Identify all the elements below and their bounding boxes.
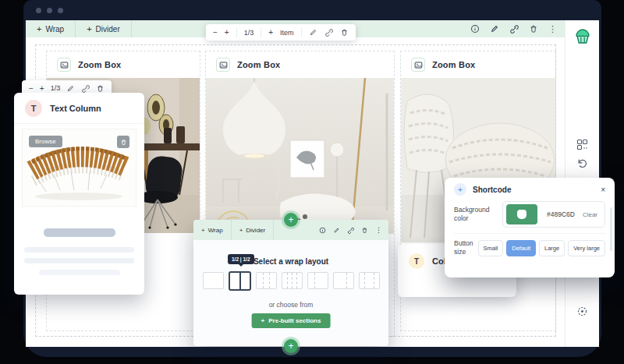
increase-button[interactable]: + [225,28,229,37]
shortcode-header: + Shortcode × [445,178,615,201]
layout-option-7[interactable] [359,272,380,289]
close-icon[interactable]: × [601,186,605,194]
add-divider-button[interactable]: + Divider [232,220,275,240]
add-element-below-button[interactable]: + [284,339,298,353]
edit-icon[interactable] [309,28,317,37]
decrease-button[interactable]: − [213,28,218,37]
remove-image-button[interactable] [117,136,129,148]
size-option-very-large[interactable]: Very large [568,240,605,256]
target-settings-icon[interactable] [576,306,588,317]
size-option-default[interactable]: Default [506,240,536,256]
edit-icon[interactable] [490,24,499,34]
button-size-row: Button size SmallDefaultLargeVery large [445,239,615,256]
size-option-large[interactable]: Large [539,240,565,256]
edit-icon[interactable] [66,84,75,93]
delete-icon[interactable] [529,24,538,34]
plus-icon: + [87,24,91,34]
info-icon[interactable] [319,227,326,234]
item-toolbar: − + 1/3 + Item [206,24,356,41]
blocks-grid-icon[interactable] [576,139,588,150]
layout-option-6[interactable] [333,272,354,289]
text-column-panel: T Text Column Browse [14,93,144,295]
color-swatch[interactable] [506,204,537,224]
delete-icon[interactable] [361,227,368,234]
width-fraction: 1/3 [51,84,61,92]
decrease-button[interactable]: − [29,84,34,93]
window-controls[interactable] [36,8,63,13]
text-column-title: Text Column [50,104,101,113]
shortcode-panel: + Shortcode × Background color #489C6D C… [445,178,615,277]
layout-option-4[interactable] [282,272,303,289]
plus-icon: + [239,227,243,234]
delete-icon[interactable] [340,28,349,37]
layout-option-2[interactable] [229,271,251,291]
add-divider-button[interactable]: + Divider [76,20,132,37]
link-icon[interactable] [324,28,333,37]
plus-icon: + [261,317,265,324]
size-option-small[interactable]: Small [478,240,504,256]
button-size-options: SmallDefaultLargeVery large [478,240,606,256]
link-icon[interactable] [81,84,90,93]
background-color-label: Background color [454,206,502,223]
wrap-layout-title: Select a wrap layout [193,257,388,266]
shortcode-title: Shortcode [473,186,511,194]
layout-option-5[interactable] [307,272,328,289]
layout-option-3[interactable] [256,272,277,289]
builder-logo-icon[interactable] [573,27,593,47]
clear-color-button[interactable]: Clear [583,211,597,218]
more-icon[interactable]: ⋮ [548,25,557,34]
choose-from-text: or choose from [193,301,388,309]
text-type-icon: T [25,100,42,117]
prebuilt-sections-button[interactable]: + Pre-built sections [252,313,331,328]
width-fraction: 1/3 [244,29,254,37]
info-icon[interactable] [470,24,480,34]
layout-option-1[interactable] [203,272,224,289]
add-icon[interactable]: + [454,183,466,196]
browse-button[interactable]: Browse [29,136,62,147]
button-size-label: Button size [454,239,478,256]
add-item-button[interactable]: + Item [261,28,301,37]
delete-icon[interactable] [96,84,105,93]
link-icon[interactable] [509,24,519,34]
panel-scrollbar[interactable] [610,207,612,251]
wrap-layout-modal: + + Wrap + Divider ⋮ 1/2 | 1/2 Select a … [193,220,388,346]
text-placeholder-bar [24,258,134,263]
plus-icon: + [201,227,205,234]
background-color-row: Background color #489C6D Clear [445,201,615,228]
hex-color-value[interactable]: #489C6D [547,210,583,218]
color-control: #489C6D Clear [502,201,605,228]
edit-icon[interactable] [333,227,340,234]
undo-icon[interactable] [576,157,588,169]
add-wrap-button[interactable]: + Wrap [193,220,232,240]
divider-line [454,233,605,234]
link-icon[interactable] [347,227,354,234]
plus-icon: + [268,28,273,37]
wrap-layout-options [193,270,388,291]
add-wrap-button[interactable]: + Wrap [26,20,76,37]
plus-icon: + [37,24,41,34]
text-type-icon: T [409,253,424,269]
add-element-above-button[interactable]: + [284,213,298,227]
text-column-image-bench[interactable]: Browse [22,129,136,207]
more-icon[interactable]: ⋮ [375,227,382,234]
increase-button[interactable]: + [40,84,44,93]
text-placeholder-bar [24,247,134,253]
title-placeholder-bar [44,228,115,237]
text-column-header: T Text Column [14,93,144,124]
text-placeholder-bar [39,270,120,275]
